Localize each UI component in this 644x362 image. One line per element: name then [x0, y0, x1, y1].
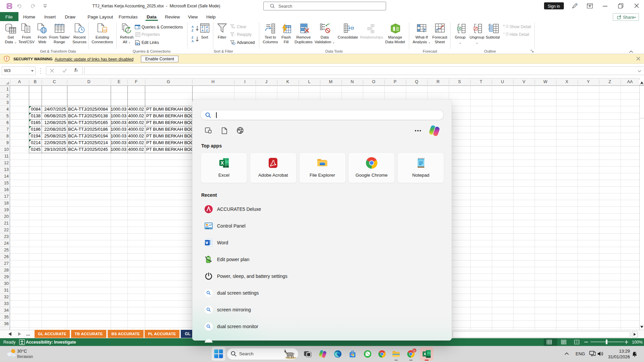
- svg-text:Z: Z: [192, 36, 194, 39]
- svg-text:A: A: [206, 25, 208, 29]
- svg-text:A: A: [192, 25, 194, 28]
- svg-text:A: A: [192, 40, 194, 43]
- svg-text:z: z: [635, 352, 636, 354]
- svg-text:A: A: [202, 29, 204, 32]
- svg-text:Z: Z: [202, 25, 204, 29]
- svg-text:Z: Z: [192, 29, 194, 32]
- svg-text:Z: Z: [206, 29, 208, 32]
- svg-text:?: ?: [423, 27, 426, 34]
